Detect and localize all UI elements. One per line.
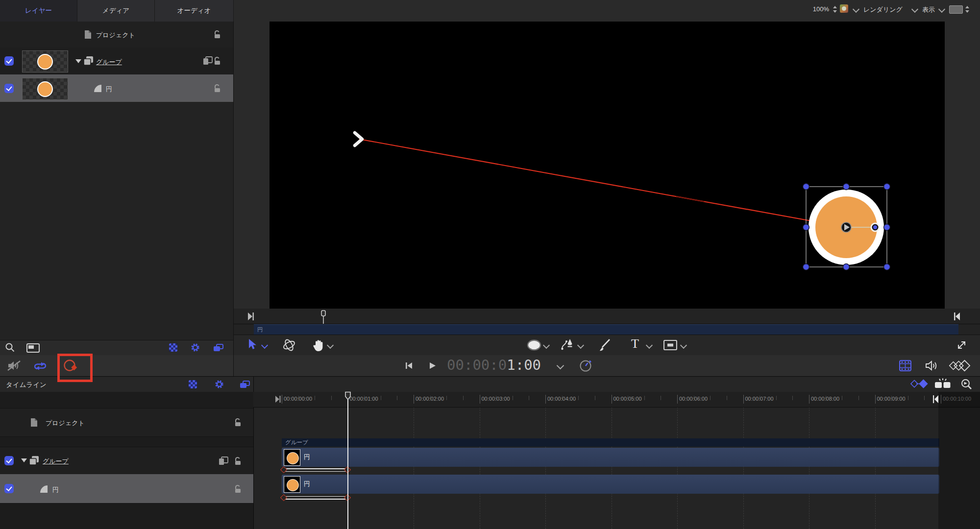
timeline-gridline xyxy=(743,407,744,529)
timeline-row-group[interactable]: グループ xyxy=(0,447,253,475)
timeline-tracks-bg[interactable] xyxy=(253,407,980,529)
lock-icon[interactable] xyxy=(233,484,242,493)
isolate-layers-icon[interactable] xyxy=(219,457,228,465)
selection-handle xyxy=(843,184,850,190)
tab-media[interactable]: メディア xyxy=(77,0,155,22)
layers-row-group[interactable]: グループ xyxy=(0,48,233,75)
group-thumbnail[interactable] xyxy=(22,50,68,72)
group-visibility-checkbox[interactable] xyxy=(4,56,14,66)
timing-pane-icon[interactable] xyxy=(26,343,40,353)
disclosure-triangle-icon[interactable] xyxy=(21,458,27,462)
channels-swatch[interactable] xyxy=(840,4,848,13)
circle-visibility-checkbox[interactable] xyxy=(4,484,14,493)
search-icon[interactable] xyxy=(5,342,15,353)
tab-layers[interactable]: レイヤー xyxy=(0,0,77,22)
gear-icon[interactable] xyxy=(191,343,200,352)
timeline-row-project[interactable]: プロジェクト xyxy=(0,408,253,437)
project-label: プロジェクト xyxy=(46,419,85,428)
ruler-major-tick xyxy=(545,395,546,404)
view-menu-label[interactable]: 表示 xyxy=(922,5,935,14)
layers-row-project[interactable]: プロジェクト xyxy=(0,22,233,48)
mask-tool-icon[interactable] xyxy=(663,340,677,350)
mini-clip-bar[interactable]: 円 xyxy=(254,324,958,335)
gear-icon[interactable] xyxy=(215,380,224,389)
zoom-stepper[interactable] xyxy=(833,6,837,13)
track-bar-circle-2[interactable] xyxy=(282,475,939,494)
scrubber-playhead-pin[interactable] xyxy=(320,310,327,324)
timeline-playhead-pin[interactable] xyxy=(344,391,351,401)
timecode-display[interactable]: 00:00:01:00 xyxy=(447,357,560,373)
group-icon xyxy=(83,56,94,66)
ruler-minor-tick xyxy=(727,396,727,400)
layers-view-icon[interactable] xyxy=(240,381,250,389)
lock-icon[interactable] xyxy=(213,84,221,93)
ruler-label: 00:00:10:00 xyxy=(943,396,971,402)
group-track-bar[interactable]: グループ xyxy=(282,438,939,447)
select-tool-icon[interactable] xyxy=(247,338,257,351)
audio-icon[interactable] xyxy=(925,360,939,371)
timeline-gridline xyxy=(545,407,546,529)
keyframe-bar-line xyxy=(284,496,348,497)
render-menu-label[interactable]: レンダリング xyxy=(863,5,903,14)
filmstrip-icon[interactable] xyxy=(899,360,911,371)
track-bar-circle-1[interactable] xyxy=(282,448,939,467)
layers-view-icon[interactable] xyxy=(213,344,223,352)
timeline-ruler[interactable]: 00:00:00:0000:00:01:0000:00:02:0000:00:0… xyxy=(253,392,980,408)
isolate-layers-icon[interactable] xyxy=(203,56,213,65)
ruler-out-marker[interactable] xyxy=(932,395,939,404)
tab-audio-label: オーディオ xyxy=(177,6,211,15)
scrubber-bg[interactable] xyxy=(233,309,980,324)
bezier-tool-icon[interactable] xyxy=(561,338,574,352)
timeline-zoom-icon[interactable] xyxy=(960,378,973,391)
layout-stepper[interactable] xyxy=(965,6,970,13)
timeline-row-circle[interactable]: 円 xyxy=(0,474,253,504)
circle-name-label[interactable]: 円 xyxy=(106,85,112,94)
checkerboard-icon[interactable] xyxy=(169,343,177,352)
canvas-overlay[interactable] xyxy=(270,22,945,309)
lock-icon[interactable] xyxy=(213,30,221,39)
fullscreen-icon[interactable] xyxy=(956,339,968,351)
timeline-gridline xyxy=(612,407,612,529)
timeline-gridline xyxy=(480,407,480,529)
text-tool-icon[interactable]: T xyxy=(631,337,639,351)
circle-visibility-checkbox[interactable] xyxy=(4,84,14,93)
transform-3d-tool-icon[interactable] xyxy=(282,338,296,352)
shape-tool-icon[interactable] xyxy=(526,339,542,351)
motion-path-line xyxy=(359,139,846,227)
paint-tool-icon[interactable] xyxy=(598,338,612,352)
pan-tool-icon[interactable] xyxy=(312,338,324,352)
circle-thumbnail[interactable] xyxy=(22,78,68,100)
go-to-start-button[interactable] xyxy=(405,361,413,370)
group-name-label[interactable]: グループ xyxy=(43,457,69,466)
lock-icon[interactable] xyxy=(233,418,242,427)
onion-skin-icon[interactable] xyxy=(949,359,972,372)
layout-swatch[interactable] xyxy=(949,5,963,14)
group-name-label[interactable]: グループ xyxy=(96,58,122,67)
tab-audio[interactable]: オーディオ xyxy=(155,0,234,22)
timeline-gridline xyxy=(875,407,876,529)
ruler-minor-tick xyxy=(315,396,315,400)
disclosure-triangle-icon[interactable] xyxy=(75,59,81,63)
timer-icon[interactable] xyxy=(579,359,593,373)
keyframe-nav-icon[interactable] xyxy=(910,379,930,389)
lock-icon[interactable] xyxy=(233,457,242,465)
timeline-gridline xyxy=(414,407,414,529)
ruler-in-marker[interactable] xyxy=(275,395,281,403)
ruler-minor-tick xyxy=(463,396,464,400)
ruler-major-tick xyxy=(480,395,480,404)
circle-name-label[interactable]: 円 xyxy=(52,485,59,494)
ruler-minor-tick xyxy=(858,396,859,400)
ruler-minor-tick xyxy=(628,396,628,400)
timeline-playhead-line[interactable] xyxy=(347,392,348,529)
lock-icon[interactable] xyxy=(213,56,221,65)
scrubber-in-marker[interactable] xyxy=(247,312,254,321)
trim-clip-icon[interactable] xyxy=(933,378,953,391)
checkerboard-icon[interactable] xyxy=(189,380,197,388)
group-visibility-checkbox[interactable] xyxy=(4,456,14,465)
scrubber-out-marker[interactable] xyxy=(954,312,960,321)
play-button[interactable] xyxy=(428,361,437,370)
layers-row-circle[interactable]: 円 xyxy=(0,74,233,102)
mute-icon[interactable] xyxy=(7,360,22,372)
loop-icon[interactable] xyxy=(32,361,48,372)
zoom-level-value[interactable]: 100% xyxy=(804,5,829,13)
